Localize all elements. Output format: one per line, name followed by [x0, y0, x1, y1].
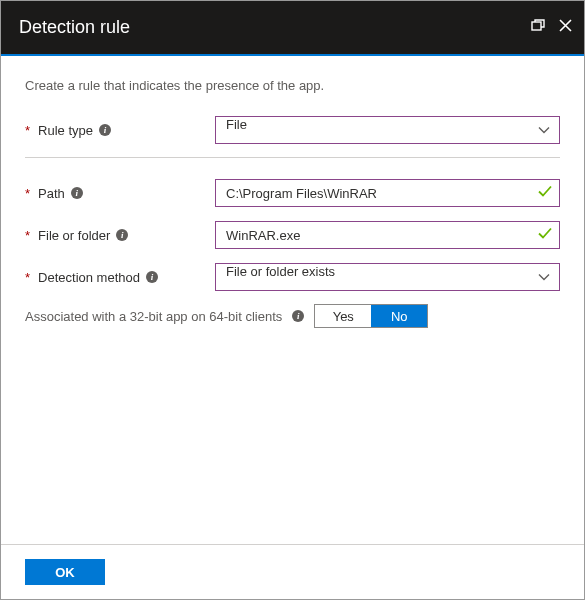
- file-or-folder-input[interactable]: [215, 221, 560, 249]
- associated-yes-button[interactable]: Yes: [315, 305, 371, 327]
- detection-rule-panel: Detection rule Create a rule that indica…: [0, 0, 585, 600]
- titlebar: Detection rule: [1, 1, 584, 56]
- info-icon[interactable]: i: [99, 124, 111, 136]
- content-area: Create a rule that indicates the presenc…: [1, 56, 584, 544]
- label-detection-method: * Detection method i: [25, 270, 215, 285]
- svg-rect-0: [532, 22, 541, 30]
- required-marker: *: [25, 123, 30, 138]
- restore-icon[interactable]: [531, 19, 545, 32]
- divider: [25, 157, 560, 158]
- label-rule-type: * Rule type i: [25, 123, 215, 138]
- detection-method-label-text: Detection method: [38, 270, 140, 285]
- check-icon: [538, 186, 552, 201]
- associated-label: Associated with a 32-bit app on 64-bit c…: [25, 309, 282, 324]
- path-label-text: Path: [38, 186, 65, 201]
- info-icon[interactable]: i: [116, 229, 128, 241]
- detection-method-select[interactable]: File or folder exists: [215, 263, 560, 291]
- label-file-or-folder: * File or folder i: [25, 228, 215, 243]
- associated-toggle: Yes No: [314, 304, 428, 328]
- close-icon[interactable]: [559, 19, 572, 32]
- rule-type-select[interactable]: File: [215, 116, 560, 144]
- window-controls: [531, 19, 572, 32]
- row-rule-type: * Rule type i File: [25, 115, 560, 145]
- path-input[interactable]: [215, 179, 560, 207]
- row-detection-method: * Detection method i File or folder exis…: [25, 262, 560, 292]
- row-file-or-folder: * File or folder i: [25, 220, 560, 250]
- rule-type-value: File: [226, 117, 247, 132]
- required-marker: *: [25, 228, 30, 243]
- check-icon: [538, 228, 552, 243]
- associated-no-button[interactable]: No: [371, 305, 427, 327]
- required-marker: *: [25, 270, 30, 285]
- detection-method-value: File or folder exists: [226, 264, 335, 279]
- window-title: Detection rule: [19, 17, 130, 38]
- required-marker: *: [25, 186, 30, 201]
- rule-type-label-text: Rule type: [38, 123, 93, 138]
- ok-button[interactable]: OK: [25, 559, 105, 585]
- label-path: * Path i: [25, 186, 215, 201]
- info-icon[interactable]: i: [146, 271, 158, 283]
- row-path: * Path i: [25, 178, 560, 208]
- row-associated-32bit: Associated with a 32-bit app on 64-bit c…: [25, 304, 560, 328]
- footer: OK: [1, 544, 584, 599]
- info-icon[interactable]: i: [71, 187, 83, 199]
- intro-text: Create a rule that indicates the presenc…: [25, 78, 560, 93]
- file-or-folder-label-text: File or folder: [38, 228, 110, 243]
- info-icon[interactable]: i: [292, 310, 304, 322]
